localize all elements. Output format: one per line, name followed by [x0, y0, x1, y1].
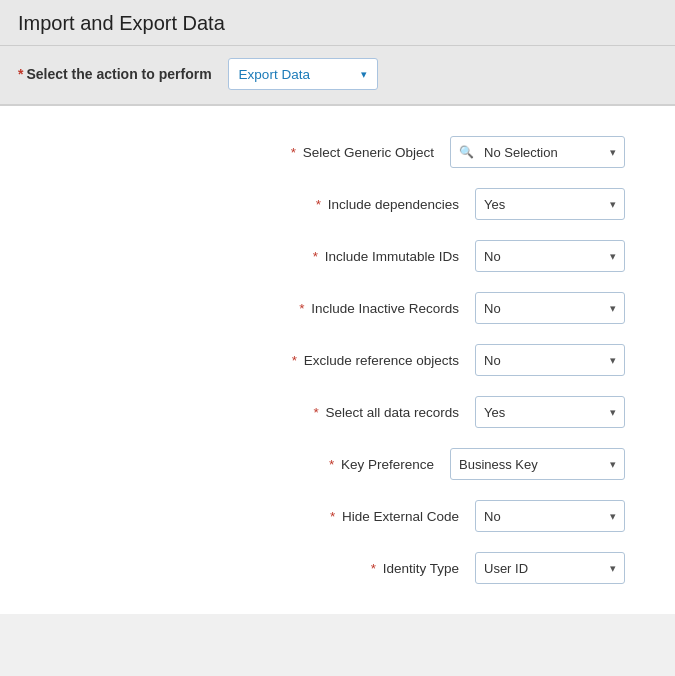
action-dropdown-text: Export Data [239, 67, 310, 82]
dropdown-text-exclude-reference-objects: No [484, 353, 602, 368]
dropdown-text-identity-type: User ID [484, 561, 602, 576]
page-header: Import and Export Data [0, 0, 675, 46]
required-star-action: * [18, 66, 23, 82]
form-row-exclude-reference-objects: * Exclude reference objects No ▾ [0, 334, 675, 386]
dropdown-select-all-data-records[interactable]: Yes ▾ [475, 396, 625, 428]
field-label-include-immutable-ids: * Include Immutable IDs [239, 249, 459, 264]
main-content: * Select Generic Object 🔍 No Selection ▾… [0, 106, 675, 614]
dropdown-text-select-all-data-records: Yes [484, 405, 602, 420]
dropdown-hide-external-code[interactable]: No ▾ [475, 500, 625, 532]
chevron-down-icon: ▾ [610, 562, 616, 575]
field-label-identity-type: * Identity Type [239, 561, 459, 576]
chevron-down-icon: ▾ [610, 250, 616, 263]
dropdown-generic-object[interactable]: 🔍 No Selection ▾ [450, 136, 625, 168]
dropdown-text-hide-external-code: No [484, 509, 602, 524]
chevron-down-icon: ▾ [610, 510, 616, 523]
field-label-select-all-data-records: * Select all data records [239, 405, 459, 420]
field-label-include-inactive-records: * Include Inactive Records [239, 301, 459, 316]
dropdown-include-immutable-ids[interactable]: No ▾ [475, 240, 625, 272]
chevron-down-icon: ▾ [610, 302, 616, 315]
field-label-include-dependencies: * Include dependencies [239, 197, 459, 212]
chevron-down-icon: ▾ [610, 146, 616, 159]
form-row-include-dependencies: * Include dependencies Yes ▾ [0, 178, 675, 230]
form-row-key-preference: * Key Preference Business Key ▾ [0, 438, 675, 490]
chevron-down-icon: ▾ [610, 406, 616, 419]
field-label-generic-object: * Select Generic Object [214, 145, 434, 160]
chevron-down-icon: ▾ [610, 354, 616, 367]
action-bar-label: *Select the action to perform [18, 66, 212, 82]
dropdown-include-dependencies[interactable]: Yes ▾ [475, 188, 625, 220]
field-label-key-preference: * Key Preference [214, 457, 434, 472]
form-row-identity-type: * Identity Type User ID ▾ [0, 542, 675, 594]
dropdown-include-inactive-records[interactable]: No ▾ [475, 292, 625, 324]
dropdown-text-include-immutable-ids: No [484, 249, 602, 264]
dropdown-exclude-reference-objects[interactable]: No ▾ [475, 344, 625, 376]
dropdown-text-include-dependencies: Yes [484, 197, 602, 212]
page-container: Import and Export Data *Select the actio… [0, 0, 675, 614]
search-icon: 🔍 [459, 145, 474, 159]
dropdown-identity-type[interactable]: User ID ▾ [475, 552, 625, 584]
page-title: Import and Export Data [18, 12, 225, 34]
dropdown-key-preference[interactable]: Business Key ▾ [450, 448, 625, 480]
dropdown-text-key-preference: Business Key [459, 457, 602, 472]
form-row-select-all-data-records: * Select all data records Yes ▾ [0, 386, 675, 438]
form-row-include-immutable-ids: * Include Immutable IDs No ▾ [0, 230, 675, 282]
dropdown-text-include-inactive-records: No [484, 301, 602, 316]
dropdown-text-generic-object: No Selection [484, 145, 602, 160]
action-bar: *Select the action to perform Export Dat… [0, 46, 675, 106]
chevron-down-icon: ▾ [610, 198, 616, 211]
chevron-down-icon: ▾ [610, 458, 616, 471]
chevron-down-icon: ▾ [361, 68, 367, 81]
form-row-hide-external-code: * Hide External Code No ▾ [0, 490, 675, 542]
field-label-hide-external-code: * Hide External Code [239, 509, 459, 524]
form-row-generic-object: * Select Generic Object 🔍 No Selection ▾ [0, 126, 675, 178]
form-row-include-inactive-records: * Include Inactive Records No ▾ [0, 282, 675, 334]
action-dropdown[interactable]: Export Data ▾ [228, 58, 378, 90]
field-label-exclude-reference-objects: * Exclude reference objects [239, 353, 459, 368]
